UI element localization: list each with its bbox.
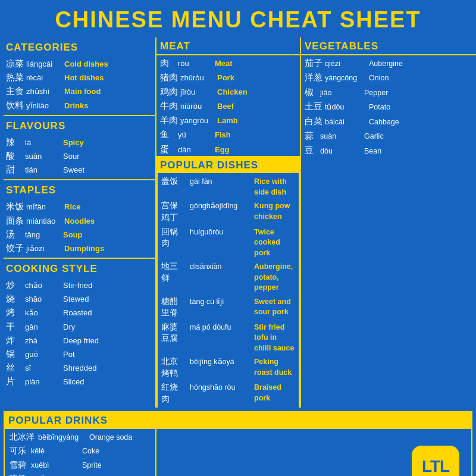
list-item: 主食 zhǔshí Main food (6, 84, 153, 98)
list-item: 丝 sī Shredded (6, 361, 153, 374)
meat-header: MEAT (156, 37, 300, 54)
list-item: 酸 suān Sour (6, 149, 153, 162)
popular-dishes-section: 盖饭 gài fàn Rice with side dish 宫保鸡丁 gōng… (156, 173, 300, 407)
list-item: 蒜 suàn Garlic (301, 129, 476, 143)
flavours-section: FLAVOURS 辣 là Spicy 酸 suān Sour 甜 tián S… (4, 115, 155, 178)
right-column: VEGETABLES 茄子 qiézi Aubergine 洋葱 yángcōn… (301, 37, 476, 408)
list-item: 土豆 tǔdòu Potato (301, 99, 476, 114)
list-item: 牛肉 niúròu Beef (156, 99, 300, 113)
list-item: 肉 ròu Meat (156, 55, 300, 70)
staples-header: STAPLES (4, 181, 155, 198)
list-item: 蛋 dàn Egg (156, 142, 300, 156)
list-item: 饮料 yǐnliào Drinks (6, 98, 153, 112)
list-item: 北冰洋 běibīngyáng Orange soda (10, 430, 151, 444)
list-item: 饺子 jiǎozi Dumplings (6, 241, 153, 255)
middle-column: MEAT 肉 ròu Meat 猪肉 zhūròu Pork 鸡肉 jīròu … (155, 37, 301, 408)
cooking-style-content: 炒 chǎo Stir-fried 烧 shāo Stewed 烤 kǎo Ro… (4, 277, 155, 390)
list-item: 热菜 rècài Hot dishes (6, 70, 153, 84)
list-item: 洋葱 yángcōng Onion (301, 70, 476, 85)
list-item: 麻婆豆腐 má pó dòufu Stir fried tofu in chil… (161, 320, 295, 355)
logo-area: LTL (156, 429, 471, 476)
list-item: 汤 tāng Soup (6, 227, 153, 241)
list-item: 白菜 báicài Cabbage (301, 114, 476, 129)
drinks-left: 北冰洋 běibīngyáng Orange soda 可乐 kělè Coke… (5, 429, 156, 476)
popular-dishes-header-bar: POPULAR DISHES (156, 156, 300, 173)
categories-section: CATEGORIES 凉菜 liángcài Cold dishes 热菜 rè… (4, 37, 155, 113)
list-item: 鸡肉 jīròu Chicken (156, 84, 300, 98)
list-item: 烧 shāo Stewed (6, 292, 153, 305)
staples-section: STAPLES 米饭 mǐfàn Rice 面条 miàntiáo Noodle… (4, 179, 155, 256)
popular-drinks-header: POPULAR DRINKS (8, 415, 108, 426)
list-item: 羊肉 yángròu Lamb (156, 113, 300, 127)
list-item: 红烧肉 hóngshāo ròu Braised pork (161, 380, 295, 406)
cooking-style-header: COOKING STYLE (4, 260, 155, 277)
list-item: 凉菜 liángcài Cold dishes (6, 57, 153, 70)
list-item: 地三鲜 dìsānxiān Aubergine, potato, pepper (161, 259, 295, 295)
popular-drinks-header-bar: POPULAR DRINKS (5, 412, 471, 429)
list-item: 可乐 kělè Coke (10, 444, 151, 458)
list-item: 米饭 mǐfàn Rice (6, 199, 153, 213)
list-item: 宫保鸡丁 gōngbǎojīdīng Kung pow chicken (161, 199, 295, 224)
flavours-header: FLAVOURS (4, 117, 155, 134)
list-item: 面条 miàntiáo Noodles (6, 214, 153, 227)
list-item: 猪肉 zhūròu Pork (156, 70, 300, 84)
vegetables-header: VEGETABLES (301, 37, 476, 54)
list-item: 炒 chǎo Stir-fried (6, 278, 153, 292)
list-item: 雪碧 xuěbì Sprite (10, 458, 151, 472)
list-item: 片 piàn Sliced (6, 374, 153, 388)
list-item: 北京烤鸭 běijīng kǎoyā Peking roast duck (161, 355, 295, 380)
list-item: 回锅肉 huíguōròu Twice cooked pork (161, 225, 295, 260)
left-column: CATEGORIES 凉菜 liángcài Cold dishes 热菜 rè… (4, 37, 155, 408)
list-item: 烤 kǎo Roasted (6, 305, 153, 319)
list-item: 辣 là Spicy (6, 135, 153, 149)
flavours-content: 辣 là Spicy 酸 suān Sour 甜 tián Sweet (4, 134, 155, 178)
page-title: CHINESE MENU CHEAT SHEET (0, 0, 476, 37)
ltl-logo: LTL (412, 446, 459, 476)
list-item: 锅 guō Pot (6, 347, 153, 361)
list-item: 茄子 qiézi Aubergine (301, 55, 476, 70)
list-item: 盖饭 gài fàn Rice with side dish (161, 174, 295, 199)
categories-header: CATEGORIES (4, 39, 155, 55)
list-item: 炸 zhà Deep fried (6, 333, 153, 347)
list-item: 鱼 yú Fish (156, 127, 300, 142)
popular-drinks-container: POPULAR DRINKS 北冰洋 běibīngyáng Orange so… (4, 411, 472, 476)
list-item: 豆 dòu Bean (301, 143, 476, 158)
list-item: 甜 tián Sweet (6, 162, 153, 176)
list-item: 啤酒 píjiǔ Beer (10, 472, 151, 476)
list-item: 椒 jiāo Pepper (301, 84, 476, 99)
cooking-style-section: COOKING STYLE 炒 chǎo Stir-fried 烧 shāo S… (4, 258, 155, 390)
categories-content: 凉菜 liángcài Cold dishes 热菜 rècài Hot dis… (4, 55, 155, 113)
list-item: 糖醋里脊 táng cù lǐjí Sweet and sour pork (161, 295, 295, 320)
list-item: 干 gàn Dry (6, 320, 153, 333)
popular-dishes-header: POPULAR DISHES (160, 159, 296, 171)
vegetables-section: VEGETABLES 茄子 qiézi Aubergine 洋葱 yángcōn… (301, 37, 476, 158)
staples-content: 米饭 mǐfàn Rice 面条 miàntiáo Noodles 汤 tāng… (4, 198, 155, 256)
meat-section: MEAT 肉 ròu Meat 猪肉 zhūròu Pork 鸡肉 jīròu … (156, 37, 300, 156)
